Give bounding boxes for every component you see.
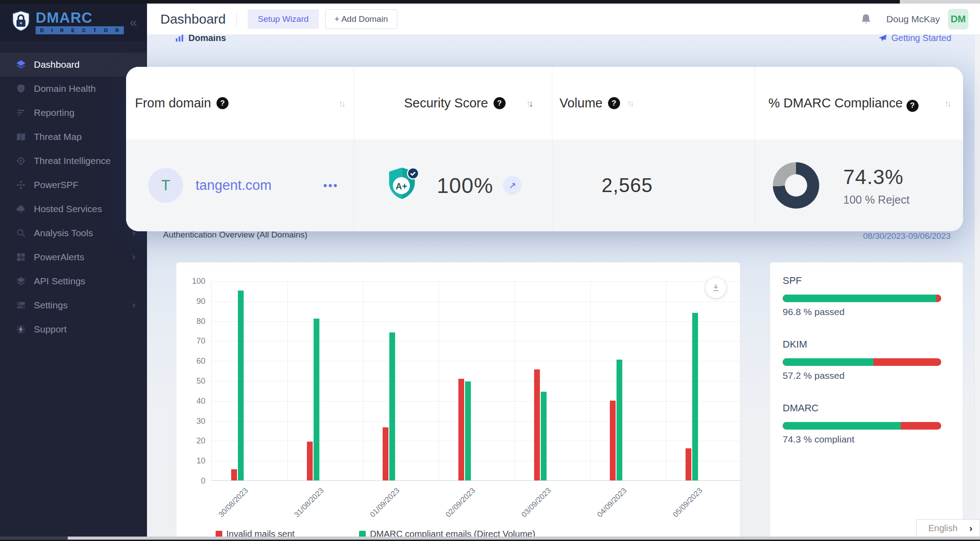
bar-invalid-mails-sent[interactable] [610,401,616,480]
auth-item-dkim: DKIM57.2 % passed [783,339,950,381]
y-tick-label: 70 [196,336,205,346]
volume-cell: 2,565 [552,139,755,231]
sidebar-item-threat-intelligence[interactable]: Threat Intelligence [0,149,147,173]
bolt-circle-icon [15,324,27,335]
column-header-volume[interactable]: Volume ? ↑↓ [552,67,755,139]
sort-toggle[interactable]: ↑↓ [944,98,950,108]
sidebar-item-support[interactable]: Support [0,317,147,341]
sidebar-item-domain-health[interactable]: Domain Health [0,77,147,101]
getting-started-link[interactable]: Getting Started [878,35,951,43]
bar-invalid-mails-sent[interactable] [307,442,313,480]
horizontal-scrollbar-thumb[interactable] [0,537,68,540]
open-score-link-icon[interactable]: ↗ [503,176,522,195]
domains-section-label: Domains [188,35,226,43]
sidebar-item-label: Threat Map [34,131,82,142]
x-tick-label: 05/09/2023 [671,486,704,519]
gridline [742,281,742,480]
bar-invalid-mails-sent[interactable] [686,448,691,480]
getting-started-label: Getting Started [891,35,951,43]
bar-invalid-mails-sent[interactable] [383,427,388,480]
sidebar: DMARC D I R E C T O R « DashboardDomain … [0,4,147,537]
sidebar-item-powerspf[interactable]: PowerSPF [0,173,147,197]
help-icon[interactable]: ? [906,100,919,112]
sidebar-item-label: Settings [34,300,68,311]
auth-item-text: 74.3 % compliant [783,434,950,445]
magnifier-icon [15,227,27,239]
row-menu-icon[interactable]: ••• [323,179,339,192]
security-score-cell: A+ 100% ↗ [354,139,552,231]
column-header-security-score[interactable]: Security Score ? ↑↓ [354,67,552,139]
help-icon[interactable]: ? [216,97,229,109]
bar-dmarc-compliant-emails-direct-volume[interactable] [541,392,547,480]
x-tick-label: 04/09/2023 [596,486,629,519]
gridline [590,281,591,480]
x-tick-label: 31/08/2023 [293,486,326,519]
map-icon [15,131,27,143]
compliance-percent: 74.3% [843,165,910,189]
volume-value: 2,565 [601,174,653,197]
auth-item-text: 96.8 % passed [783,307,950,317]
sidebar-item-threat-map[interactable]: Threat Map [0,125,147,149]
bar-invalid-mails-sent[interactable] [231,469,237,480]
x-tick-label: 01/09/2023 [368,486,401,519]
chart-plot: 010203040506070809010030/08/202331/08/20… [211,281,741,481]
gridline [212,381,741,381]
sidebar-item-settings[interactable]: Settings› [0,293,147,317]
x-tick-label: 02/09/2023 [444,486,477,519]
auth-item-label: SPF [783,275,950,287]
spf-dots-icon [15,179,27,191]
column-label: % DMARC Compliance [768,96,902,110]
avatar[interactable]: DM [948,9,968,29]
gridline [212,461,741,461]
sidebar-item-label: Domain Health [34,83,96,94]
y-tick-label: 0 [201,476,205,486]
window-top-strip-right [900,0,980,4]
security-grade-shield-icon: A+ [384,166,422,205]
bar-dmarc-compliant-emails-direct-volume[interactable] [389,332,395,480]
bell-icon[interactable] [860,13,872,25]
horizontal-scrollbar-track[interactable] [0,537,980,540]
bar-invalid-mails-sent[interactable] [458,379,464,480]
bar-invalid-mails-sent[interactable] [534,369,540,480]
domain-link[interactable]: tangent.com [196,177,272,193]
domain-avatar: T [148,168,183,203]
help-icon[interactable]: ? [608,97,620,109]
bar-dmarc-compliant-emails-direct-volume[interactable] [465,381,471,480]
sort-toggle[interactable]: ↑↓ [627,98,633,108]
sidebar-item-poweralerts[interactable]: PowerAlerts› [0,245,147,269]
column-header-from-domain[interactable]: From domain ? ↑↓ [126,67,354,139]
help-icon[interactable]: ? [494,97,506,109]
sort-toggle[interactable]: ↑↓ [526,98,531,108]
sidebar-collapse-icon[interactable]: « [130,16,137,29]
language-selector[interactable]: English › [916,519,980,537]
gridline [212,281,741,282]
sidebar-item-hosted-services[interactable]: Hosted Services [0,197,147,221]
sidebar-item-api-settings[interactable]: API Settings [0,269,147,293]
column-header-dmarc-compliance[interactable]: % DMARC Compliance ? ↑↓ [755,67,963,139]
sort-toggle[interactable]: ↑↓ [339,98,344,108]
download-icon [710,283,721,293]
grid-icon [15,251,27,263]
add-domain-button[interactable]: + Add Domain [325,9,397,29]
bar-dmarc-compliant-emails-direct-volume[interactable] [692,313,698,480]
bar-dmarc-compliant-emails-direct-volume[interactable] [314,319,319,480]
api-diamond-icon [15,275,27,287]
sidebar-item-analysis-tools[interactable]: Analysis Tools› [0,221,147,245]
auth-progress-fill [783,295,936,302]
y-tick-label: 20 [196,436,205,446]
download-chart-button[interactable] [706,278,726,298]
date-range[interactable]: 08/30/2023-09/06/2023 [863,231,951,241]
vertical-scrollbar[interactable] [974,35,980,537]
security-score-value: 100% [437,173,494,198]
auth-progress-fill [783,358,874,366]
sidebar-item-label: Dashboard [34,59,80,70]
sidebar-item-reporting[interactable]: Reporting [0,101,147,125]
sidebar-item-dashboard[interactable]: Dashboard [0,53,147,77]
setup-wizard-button[interactable]: Setup Wizard [248,9,319,29]
bar-dmarc-compliant-emails-direct-volume[interactable] [238,291,244,480]
gridline [363,281,363,480]
bar-dmarc-compliant-emails-direct-volume[interactable] [617,360,622,480]
logo-title: DMARC [36,10,124,25]
sidebar-item-label: PowerAlerts [34,252,84,262]
cloud-icon [15,203,27,215]
